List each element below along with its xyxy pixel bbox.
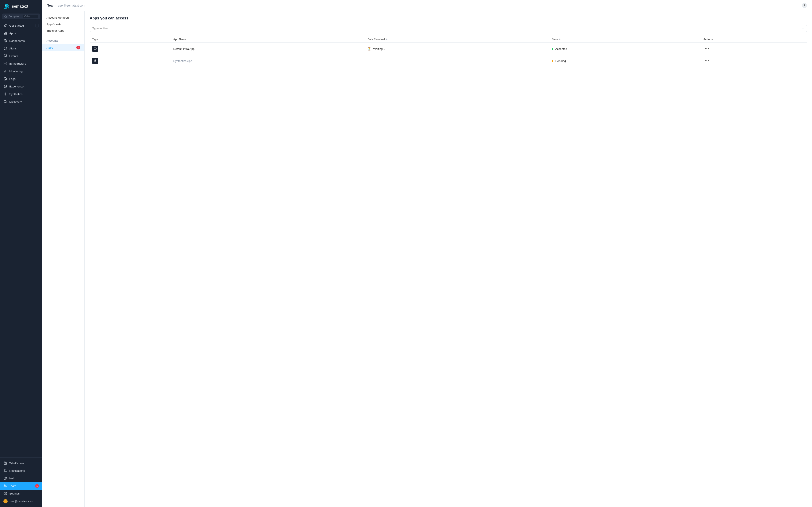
- search-shortcut: Ctrl+K: [23, 15, 38, 18]
- row-actions-button[interactable]: •••: [703, 47, 711, 51]
- file-icon: [3, 77, 7, 81]
- logo[interactable]: sematext: [0, 0, 42, 13]
- sidebar-item-dashboards[interactable]: Dashboards: [0, 37, 42, 45]
- search-placeholder: Jump to...: [9, 15, 21, 18]
- sidebar-item-alerts[interactable]: Alerts: [0, 45, 42, 52]
- row-actions-button[interactable]: •••: [703, 59, 711, 63]
- svg-rect-9: [5, 34, 7, 35]
- sidebar-item-label: Monitoring: [9, 70, 22, 73]
- row-data-received-cell: [365, 55, 549, 67]
- content-area: Account Members App Guests Transfer Apps…: [42, 11, 812, 507]
- user-avatar-icon: U: [3, 499, 8, 503]
- left-panel: Account Members App Guests Transfer Apps…: [42, 11, 85, 507]
- accounts-apps-item[interactable]: Apps 1: [42, 44, 84, 51]
- sidebar-item-synthetics[interactable]: Synthetics: [0, 90, 42, 98]
- row-actions-cell: •••: [701, 43, 807, 55]
- main-content: Team user@sematext.com ? Account Members…: [42, 0, 812, 507]
- row-data-received-cell: ⏳ Waiting...: [365, 43, 549, 55]
- table-row: Default Infra App ⏳ Waiting... Accepted …: [90, 43, 807, 55]
- right-panel: Apps you can access ⌄ Type: [85, 11, 812, 507]
- help-button[interactable]: ?: [802, 3, 807, 8]
- state-label: Pending: [556, 59, 566, 62]
- sidebar-item-label: Get Started: [9, 24, 24, 27]
- sidebar-item-apps[interactable]: Apps: [0, 30, 42, 37]
- sidebar-user-label: user@sematext.com: [10, 500, 33, 503]
- transfer-apps-item[interactable]: Transfer Apps: [42, 27, 84, 34]
- sidebar-item-label: Synthetics: [9, 93, 22, 96]
- sidebar-bottom-nav: What's new Notifications Help Team 1: [0, 457, 42, 507]
- sort-icon: ↑: [187, 38, 188, 41]
- filter-row[interactable]: ⌄: [90, 25, 807, 32]
- sidebar: sematext Jump to... Ctrl+K Get Started A…: [0, 0, 42, 507]
- col-type: Type: [90, 36, 171, 43]
- sidebar-item-discovery[interactable]: Discovery: [0, 98, 42, 105]
- sidebar-item-label: Logs: [9, 77, 15, 80]
- sidebar-item-settings[interactable]: Settings: [0, 490, 42, 497]
- col-app-name[interactable]: App Name ↑: [171, 36, 365, 43]
- sidebar-item-experience[interactable]: Experience: [0, 82, 42, 90]
- sidebar-item-get-started[interactable]: Get Started: [0, 22, 42, 30]
- sidebar-item-label: What's new: [9, 462, 24, 465]
- panel-title: Apps you can access: [90, 16, 807, 20]
- row-app-name-cell: Synthetics App: [171, 55, 365, 67]
- svg-point-4: [7, 5, 8, 6]
- sidebar-item-infrastructure[interactable]: Infrastructure: [0, 60, 42, 67]
- svg-point-32: [4, 485, 5, 486]
- sidebar-item-user[interactable]: U user@sematext.com: [0, 497, 42, 505]
- status-dot-green: [552, 48, 553, 50]
- team-icon: [3, 484, 7, 488]
- bell-icon: [3, 469, 7, 472]
- sidebar-item-label: Experience: [9, 85, 24, 88]
- help-circle-icon: [3, 476, 7, 480]
- svg-point-37: [95, 60, 96, 61]
- col-actions: Actions: [701, 36, 807, 43]
- synthetics-type-icon: [92, 58, 98, 64]
- accounts-apps-row: Apps 1: [47, 46, 80, 49]
- experience-icon: [3, 84, 7, 88]
- sidebar-item-label: Infrastructure: [9, 62, 26, 65]
- main-nav: Get Started Apps Dashboards Alerts: [0, 21, 42, 457]
- apps-table: Type App Name ↑ Data Received: [90, 36, 807, 67]
- alert-icon: [3, 47, 7, 50]
- app-guests-item[interactable]: App Guests: [42, 21, 84, 27]
- svg-rect-16: [4, 62, 7, 63]
- search-bar[interactable]: Jump to... Ctrl+K: [2, 13, 40, 19]
- sidebar-item-help[interactable]: Help: [0, 474, 42, 482]
- grid-icon: [3, 31, 7, 35]
- sidebar-item-team[interactable]: Team 1: [0, 482, 42, 490]
- row-state-cell: Accepted: [549, 43, 701, 55]
- sidebar-item-whats-new[interactable]: What's new: [0, 459, 42, 467]
- sidebar-item-label: Apps: [9, 32, 16, 35]
- sidebar-item-label: Alerts: [9, 47, 17, 50]
- app-name-label: Synthetics App: [173, 59, 192, 62]
- svg-line-27: [6, 102, 7, 103]
- col-state[interactable]: State ⇅: [549, 36, 701, 43]
- sidebar-item-events[interactable]: Events: [0, 52, 42, 60]
- account-members-item[interactable]: Account Members: [42, 14, 84, 21]
- loading-spinner: [35, 24, 39, 27]
- discovery-icon: [3, 100, 7, 104]
- accounts-apps-label: Apps: [47, 46, 53, 49]
- sidebar-item-label: Settings: [9, 492, 20, 495]
- header-title: Team: [47, 4, 55, 7]
- svg-rect-7: [5, 32, 7, 33]
- team-badge: 1: [35, 484, 39, 488]
- gift-icon: [3, 461, 7, 465]
- synthetics-icon: [3, 92, 7, 96]
- sidebar-item-monitoring[interactable]: Monitoring: [0, 67, 42, 75]
- sidebar-item-label: Team: [9, 485, 16, 488]
- sidebar-item-label: Help: [9, 477, 15, 480]
- state-label: Accepted: [555, 47, 567, 51]
- logo-icon: [3, 3, 10, 10]
- col-data-received[interactable]: Data Received ⇅: [365, 36, 549, 43]
- infra-type-icon: [92, 46, 98, 52]
- logo-label: sematext: [12, 4, 28, 9]
- sidebar-item-notifications[interactable]: Notifications: [0, 467, 42, 474]
- svg-point-3: [6, 5, 6, 6]
- sidebar-item-logs[interactable]: Logs: [0, 75, 42, 82]
- table-header: Type App Name ↑ Data Received: [90, 36, 807, 43]
- accounts-apps-badge: 1: [77, 46, 80, 49]
- row-type-cell: [90, 55, 171, 67]
- filter-input[interactable]: [92, 27, 802, 30]
- table-row: Synthetics App Pending •••: [90, 55, 807, 67]
